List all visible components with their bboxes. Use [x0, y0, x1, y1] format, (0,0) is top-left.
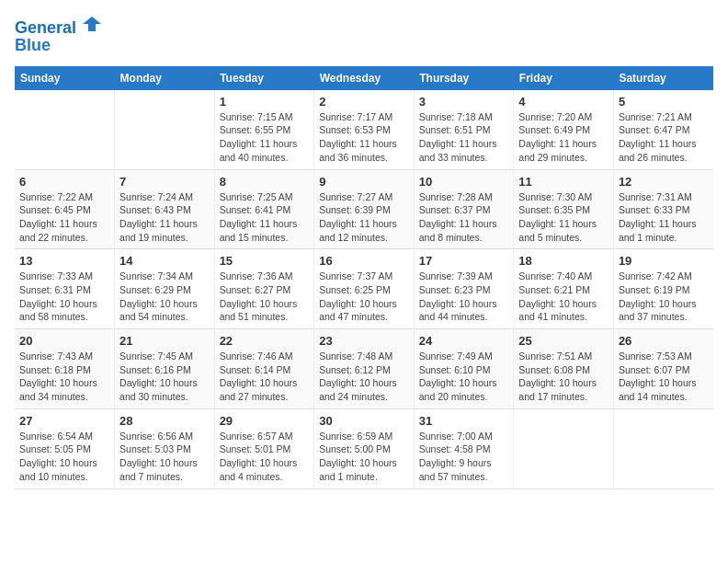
col-header-wednesday: Wednesday [314, 66, 415, 90]
day-number: 23 [319, 334, 409, 348]
calendar-cell: 13Sunrise: 7:33 AMSunset: 6:31 PMDayligh… [15, 249, 115, 329]
day-number: 16 [319, 254, 409, 268]
cell-sun-info: Sunrise: 7:25 AMSunset: 6:41 PMDaylight:… [220, 190, 310, 245]
page-header: General Blue [15, 15, 713, 55]
calendar-cell: 26Sunrise: 7:53 AMSunset: 6:07 PMDayligh… [613, 329, 713, 409]
cell-sun-info: Sunrise: 6:56 AMSunset: 5:03 PMDaylight:… [119, 430, 210, 484]
cell-sun-info: Sunrise: 7:51 AMSunset: 6:08 PMDaylight:… [518, 350, 609, 404]
week-row-4: 20Sunrise: 7:43 AMSunset: 6:18 PMDayligh… [15, 329, 713, 409]
calendar-cell: 28Sunrise: 6:56 AMSunset: 5:03 PMDayligh… [115, 408, 215, 488]
day-number: 30 [319, 414, 409, 428]
week-row-5: 27Sunrise: 6:54 AMSunset: 5:05 PMDayligh… [15, 408, 713, 488]
calendar-header-row: SundayMondayTuesdayWednesdayThursdayFrid… [15, 66, 713, 90]
day-number: 8 [220, 175, 310, 189]
calendar-cell: 12Sunrise: 7:31 AMSunset: 6:33 PMDayligh… [613, 169, 713, 249]
cell-sun-info: Sunrise: 7:00 AMSunset: 4:58 PMDaylight:… [419, 430, 509, 484]
calendar-cell: 4Sunrise: 7:20 AMSunset: 6:49 PMDaylight… [514, 90, 614, 169]
cell-sun-info: Sunrise: 7:17 AMSunset: 6:53 PMDaylight:… [319, 110, 409, 165]
day-number: 31 [419, 414, 509, 428]
calendar-cell: 9Sunrise: 7:27 AMSunset: 6:39 PMDaylight… [314, 169, 415, 249]
logo-text: General [15, 15, 101, 38]
cell-sun-info: Sunrise: 7:34 AMSunset: 6:29 PMDaylight:… [119, 270, 210, 324]
cell-sun-info: Sunrise: 7:43 AMSunset: 6:18 PMDaylight:… [19, 350, 109, 404]
calendar-cell [15, 90, 115, 169]
cell-sun-info: Sunrise: 7:20 AMSunset: 6:49 PMDaylight:… [518, 110, 609, 165]
day-number: 19 [619, 254, 709, 268]
day-number: 27 [19, 414, 109, 428]
day-number: 22 [220, 334, 310, 348]
cell-sun-info: Sunrise: 7:30 AMSunset: 6:35 PMDaylight:… [518, 190, 609, 245]
svg-marker-0 [83, 17, 101, 31]
cell-sun-info: Sunrise: 6:57 AMSunset: 5:01 PMDaylight:… [220, 430, 310, 484]
calendar-cell: 24Sunrise: 7:49 AMSunset: 6:10 PMDayligh… [414, 329, 514, 409]
cell-sun-info: Sunrise: 7:37 AMSunset: 6:25 PMDaylight:… [319, 270, 409, 324]
day-number: 5 [619, 95, 709, 109]
day-number: 4 [518, 95, 609, 109]
calendar-cell: 25Sunrise: 7:51 AMSunset: 6:08 PMDayligh… [514, 329, 614, 409]
cell-sun-info: Sunrise: 6:54 AMSunset: 5:05 PMDaylight:… [19, 430, 109, 484]
calendar-cell: 20Sunrise: 7:43 AMSunset: 6:18 PMDayligh… [15, 329, 115, 409]
day-number: 6 [19, 175, 109, 189]
cell-sun-info: Sunrise: 7:36 AMSunset: 6:27 PMDaylight:… [220, 270, 310, 324]
calendar-cell: 10Sunrise: 7:28 AMSunset: 6:37 PMDayligh… [414, 169, 514, 249]
cell-sun-info: Sunrise: 7:24 AMSunset: 6:43 PMDaylight:… [119, 190, 210, 245]
calendar-cell [115, 90, 215, 169]
day-number: 14 [119, 254, 210, 268]
cell-sun-info: Sunrise: 7:49 AMSunset: 6:10 PMDaylight:… [419, 350, 509, 404]
calendar-cell: 15Sunrise: 7:36 AMSunset: 6:27 PMDayligh… [214, 249, 314, 329]
calendar-cell: 22Sunrise: 7:46 AMSunset: 6:14 PMDayligh… [214, 329, 314, 409]
col-header-sunday: Sunday [15, 66, 115, 90]
calendar-cell: 31Sunrise: 7:00 AMSunset: 4:58 PMDayligh… [414, 408, 514, 488]
col-header-thursday: Thursday [414, 66, 514, 90]
calendar-cell: 14Sunrise: 7:34 AMSunset: 6:29 PMDayligh… [115, 249, 215, 329]
day-number: 18 [518, 254, 609, 268]
cell-sun-info: Sunrise: 7:21 AMSunset: 6:47 PMDaylight:… [619, 110, 709, 165]
calendar-cell: 19Sunrise: 7:42 AMSunset: 6:19 PMDayligh… [613, 249, 713, 329]
col-header-monday: Monday [115, 66, 215, 90]
week-row-3: 13Sunrise: 7:33 AMSunset: 6:31 PMDayligh… [15, 249, 713, 329]
day-number: 24 [419, 334, 509, 348]
calendar-cell: 23Sunrise: 7:48 AMSunset: 6:12 PMDayligh… [314, 329, 415, 409]
calendar-cell: 7Sunrise: 7:24 AMSunset: 6:43 PMDaylight… [115, 169, 215, 249]
cell-sun-info: Sunrise: 7:40 AMSunset: 6:21 PMDaylight:… [518, 270, 609, 324]
calendar-cell: 2Sunrise: 7:17 AMSunset: 6:53 PMDaylight… [314, 90, 415, 169]
day-number: 26 [619, 334, 709, 348]
cell-sun-info: Sunrise: 7:18 AMSunset: 6:51 PMDaylight:… [419, 110, 509, 165]
day-number: 20 [19, 334, 109, 348]
day-number: 28 [119, 414, 210, 428]
logo: General Blue [15, 15, 101, 55]
cell-sun-info: Sunrise: 7:45 AMSunset: 6:16 PMDaylight:… [119, 350, 210, 404]
day-number: 15 [220, 254, 310, 268]
col-header-tuesday: Tuesday [214, 66, 314, 90]
day-number: 10 [419, 175, 509, 189]
cell-sun-info: Sunrise: 6:59 AMSunset: 5:00 PMDaylight:… [319, 430, 409, 484]
cell-sun-info: Sunrise: 7:39 AMSunset: 6:23 PMDaylight:… [419, 270, 509, 324]
col-header-saturday: Saturday [613, 66, 713, 90]
cell-sun-info: Sunrise: 7:46 AMSunset: 6:14 PMDaylight:… [220, 350, 310, 404]
calendar-cell: 8Sunrise: 7:25 AMSunset: 6:41 PMDaylight… [214, 169, 314, 249]
cell-sun-info: Sunrise: 7:33 AMSunset: 6:31 PMDaylight:… [19, 270, 109, 324]
day-number: 3 [419, 95, 509, 109]
cell-sun-info: Sunrise: 7:28 AMSunset: 6:37 PMDaylight:… [419, 190, 509, 245]
col-header-friday: Friday [514, 66, 614, 90]
calendar-cell: 16Sunrise: 7:37 AMSunset: 6:25 PMDayligh… [314, 249, 415, 329]
cell-sun-info: Sunrise: 7:27 AMSunset: 6:39 PMDaylight:… [319, 190, 409, 245]
calendar-cell: 1Sunrise: 7:15 AMSunset: 6:55 PMDaylight… [214, 90, 314, 169]
cell-sun-info: Sunrise: 7:42 AMSunset: 6:19 PMDaylight:… [619, 270, 709, 324]
cell-sun-info: Sunrise: 7:31 AMSunset: 6:33 PMDaylight:… [619, 190, 709, 245]
calendar-cell: 5Sunrise: 7:21 AMSunset: 6:47 PMDaylight… [613, 90, 713, 169]
calendar-table: SundayMondayTuesdayWednesdayThursdayFrid… [15, 66, 713, 489]
day-number: 13 [19, 254, 109, 268]
cell-sun-info: Sunrise: 7:48 AMSunset: 6:12 PMDaylight:… [319, 350, 409, 404]
calendar-cell: 30Sunrise: 6:59 AMSunset: 5:00 PMDayligh… [314, 408, 415, 488]
day-number: 21 [119, 334, 210, 348]
logo-blue: Blue [15, 36, 101, 55]
calendar-cell: 6Sunrise: 7:22 AMSunset: 6:45 PMDaylight… [15, 169, 115, 249]
calendar-cell: 3Sunrise: 7:18 AMSunset: 6:51 PMDaylight… [414, 90, 514, 169]
day-number: 9 [319, 175, 409, 189]
day-number: 11 [518, 175, 609, 189]
calendar-cell [514, 408, 614, 488]
calendar-cell [613, 408, 713, 488]
day-number: 7 [119, 175, 210, 189]
calendar-cell: 27Sunrise: 6:54 AMSunset: 5:05 PMDayligh… [15, 408, 115, 488]
